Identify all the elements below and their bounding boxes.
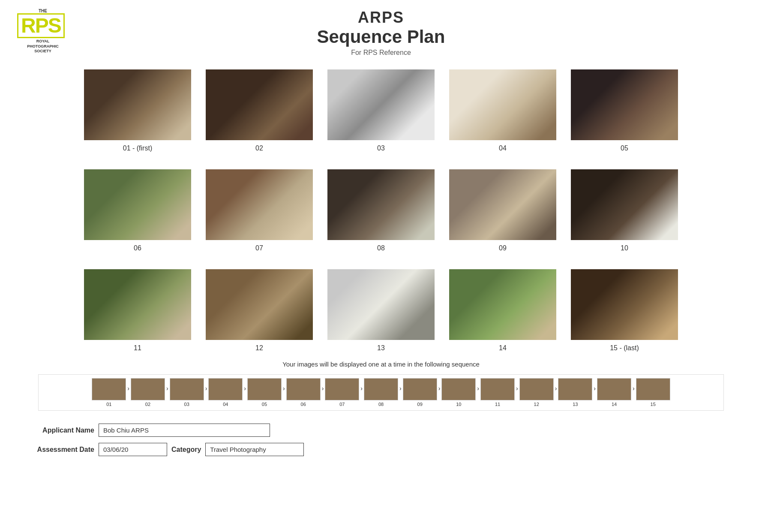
seq-item-14: 14: [597, 378, 631, 407]
seq-item-07: 07: [325, 378, 359, 407]
seq-thumb-02: [131, 378, 165, 400]
rps-logo: THE RPS ROYALPHOTOGRAPHICSOCIETY: [17, 9, 69, 54]
page-header: THE RPS ROYALPHOTOGRAPHICSOCIETY ARPS Se…: [17, 9, 745, 57]
seq-thumb-05: [247, 378, 282, 400]
photo-thumb-04: [449, 69, 556, 140]
sequence-section: Your images will be displayed one at a t…: [38, 361, 724, 411]
photo-item-03: 03: [324, 69, 438, 152]
seq-arrow-13: ›: [592, 385, 597, 392]
seq-thumb-07: [325, 378, 359, 400]
seq-arrow-1: ›: [126, 385, 131, 392]
seq-arrow-9: ›: [437, 385, 442, 392]
form-section: Applicant Name Assessment Date Category: [34, 424, 745, 456]
form-row-date: Assessment Date Category: [34, 443, 745, 456]
seq-thumb-10: [441, 378, 476, 400]
photo-item-14: 14: [446, 269, 559, 352]
seq-num-11: 11: [495, 402, 500, 407]
photo-item-04: 04: [446, 69, 559, 152]
seq-item-03: 03: [170, 378, 204, 407]
seq-num-03: 03: [184, 402, 189, 407]
photo-thumb-09: [449, 169, 556, 240]
seq-item-15: 15: [636, 378, 670, 407]
photo-thumb-13: [327, 269, 435, 340]
photo-thumb-15: [571, 269, 678, 340]
seq-arrow-2: ›: [165, 385, 170, 392]
logo-rps-border: RPS: [17, 13, 65, 38]
seq-num-12: 12: [534, 402, 539, 407]
sequence-strip: 01 › 02 › 03 › 04 › 05 › 06 › 07: [38, 374, 724, 411]
photo-label-14: 14: [499, 344, 507, 352]
photo-item-08: 08: [324, 169, 438, 252]
photo-label-07: 07: [255, 244, 263, 252]
photo-item-09: 09: [446, 169, 559, 252]
photo-grid: 01 - (first) 02 03 04 05 06 07: [81, 69, 681, 352]
photo-label-03: 03: [377, 144, 385, 152]
photo-item-06: 06: [81, 169, 194, 252]
seq-item-11: 11: [480, 378, 515, 407]
seq-thumb-09: [403, 378, 437, 400]
seq-arrow-5: ›: [282, 385, 286, 392]
seq-thumb-15: [636, 378, 670, 400]
page-subtitle: Sequence Plan: [17, 27, 745, 47]
seq-item-01: 01: [92, 378, 126, 407]
logo-rps-text: RPS: [21, 14, 61, 37]
photo-thumb-08: [327, 169, 435, 240]
seq-num-09: 09: [417, 402, 423, 407]
category-input[interactable]: [205, 443, 304, 456]
photo-row-2: 06 07 08 09 10: [81, 169, 681, 252]
photo-label-13: 13: [377, 344, 385, 352]
photo-item-10: 10: [568, 169, 681, 252]
logo-full-name: ROYALPHOTOGRAPHICSOCIETY: [17, 39, 69, 54]
seq-arrow-7: ›: [359, 385, 364, 392]
seq-thumb-12: [519, 378, 554, 400]
photo-thumb-07: [206, 169, 313, 240]
seq-arrow-12: ›: [554, 385, 558, 392]
seq-arrow-3: ›: [204, 385, 209, 392]
seq-num-15: 15: [651, 402, 656, 407]
seq-item-10: 10: [441, 378, 476, 407]
seq-num-02: 02: [145, 402, 150, 407]
form-row-applicant: Applicant Name: [34, 424, 745, 437]
applicant-name-input[interactable]: [99, 424, 270, 437]
photo-thumb-05: [571, 69, 678, 140]
seq-num-01: 01: [106, 402, 111, 407]
assessment-date-input[interactable]: [99, 443, 167, 456]
seq-num-04: 04: [223, 402, 228, 407]
assessment-date-label: Assessment Date: [34, 446, 94, 454]
photo-label-09: 09: [499, 244, 507, 252]
photo-thumb-12: [206, 269, 313, 340]
seq-item-08: 08: [364, 378, 398, 407]
seq-item-13: 13: [558, 378, 592, 407]
seq-thumb-08: [364, 378, 398, 400]
photo-thumb-06: [84, 169, 191, 240]
photo-label-10: 10: [621, 244, 628, 252]
seq-num-06: 06: [301, 402, 306, 407]
seq-arrow-10: ›: [476, 385, 480, 392]
page-title: ARPS: [17, 9, 745, 27]
photo-item-11: 11: [81, 269, 194, 352]
seq-thumb-11: [480, 378, 515, 400]
photo-thumb-11: [84, 269, 191, 340]
seq-item-04: 04: [208, 378, 243, 407]
seq-item-12: 12: [519, 378, 554, 407]
applicant-name-label: Applicant Name: [34, 427, 94, 434]
seq-arrow-14: ›: [631, 385, 636, 392]
photo-item-05: 05: [568, 69, 681, 152]
photo-thumb-02: [206, 69, 313, 140]
seq-item-02: 02: [131, 378, 165, 407]
photo-label-11: 11: [134, 344, 141, 352]
seq-thumb-13: [558, 378, 592, 400]
seq-thumb-14: [597, 378, 631, 400]
seq-arrow-4: ›: [243, 385, 247, 392]
category-label: Category: [171, 446, 201, 454]
seq-num-13: 13: [573, 402, 578, 407]
photo-thumb-10: [571, 169, 678, 240]
seq-num-07: 07: [339, 402, 345, 407]
photo-thumb-14: [449, 269, 556, 340]
seq-arrow-6: ›: [321, 385, 325, 392]
photo-label-12: 12: [255, 344, 263, 352]
photo-item-15: 15 - (last): [568, 269, 681, 352]
photo-item-01: 01 - (first): [81, 69, 194, 152]
photo-label-06: 06: [134, 244, 141, 252]
photo-label-15: 15 - (last): [610, 344, 639, 352]
